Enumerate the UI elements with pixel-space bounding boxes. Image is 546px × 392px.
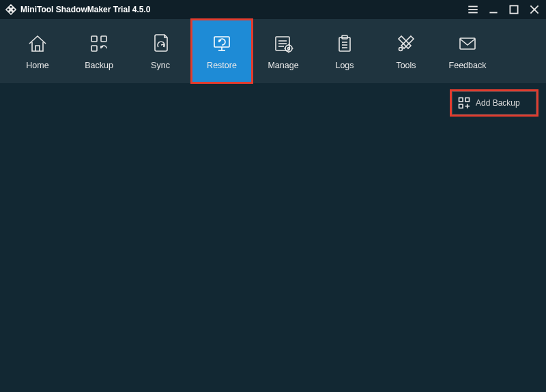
minimize-icon[interactable] [487, 3, 500, 16]
nav-label: Manage [268, 61, 298, 70]
svg-rect-23 [339, 37, 350, 51]
logs-icon [333, 32, 356, 55]
sync-icon [149, 32, 172, 55]
window-controls [467, 3, 541, 16]
titlebar: MiniTool ShadowMaker Trial 4.5.0 [0, 0, 546, 19]
nav-label: Backup [85, 61, 113, 70]
nav-label: Sync [151, 61, 170, 70]
svg-rect-32 [459, 104, 463, 108]
menu-icon[interactable] [467, 3, 479, 16]
svg-rect-4 [510, 5, 517, 13]
feedback-icon [456, 32, 479, 55]
nav-label: Tools [396, 61, 416, 70]
nav-sync[interactable]: Sync [130, 19, 191, 83]
svg-rect-30 [459, 98, 463, 102]
add-backup-label: Add Backup [476, 98, 520, 108]
svg-rect-29 [460, 38, 475, 49]
app-logo-icon [5, 4, 16, 15]
nav-home[interactable]: Home [7, 19, 68, 83]
manage-icon [272, 32, 295, 55]
svg-point-28 [399, 48, 403, 51]
add-backup-icon [458, 97, 470, 109]
nav-tools[interactable]: Tools [375, 19, 437, 83]
nav-label: Home [26, 61, 48, 70]
svg-rect-9 [91, 46, 97, 51]
close-icon[interactable] [528, 3, 541, 16]
nav-label: Feedback [449, 61, 487, 70]
nav-feedback[interactable]: Feedback [437, 19, 498, 83]
tools-icon [394, 32, 418, 55]
backup-icon [87, 32, 111, 55]
nav-restore[interactable]: Restore [191, 19, 253, 83]
home-icon [26, 32, 49, 55]
svg-rect-31 [465, 98, 470, 102]
add-backup-button[interactable]: Add Backup [452, 91, 536, 115]
nav-backup[interactable]: Backup [68, 19, 130, 83]
nav-manage[interactable]: Manage [253, 19, 314, 83]
maximize-icon[interactable] [508, 3, 520, 16]
main-navbar: Home Backup Sync Restore Manage Logs [0, 19, 546, 83]
svg-rect-7 [91, 36, 97, 42]
nav-logs[interactable]: Logs [314, 19, 375, 83]
nav-label: Restore [207, 61, 237, 70]
svg-rect-8 [101, 36, 106, 42]
nav-label: Logs [335, 61, 354, 70]
app-title: MiniTool ShadowMaker Trial 4.5.0 [20, 5, 467, 14]
restore-icon [210, 32, 233, 55]
content-area: Add Backup [0, 83, 546, 392]
svg-point-18 [288, 48, 290, 50]
